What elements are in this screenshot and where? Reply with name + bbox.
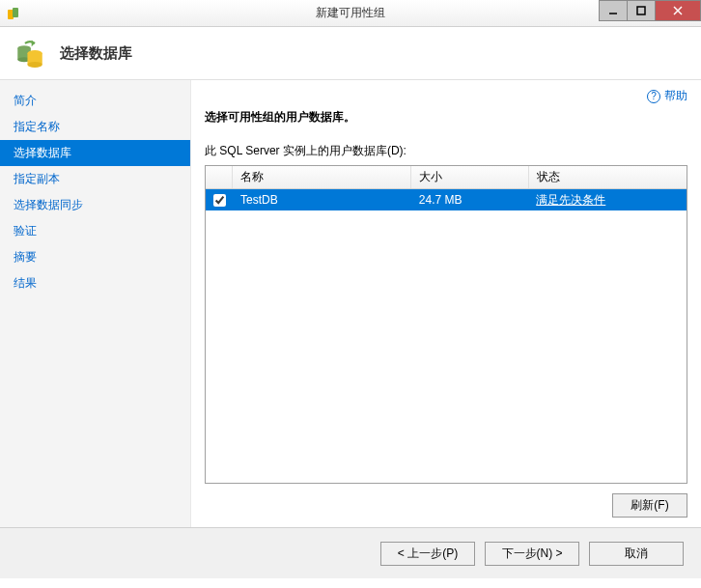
cancel-button[interactable]: 取消 [589,542,684,566]
row-checkbox-cell [206,189,233,210]
page-title: 选择数据库 [60,44,132,63]
sidebar-step-select-db[interactable]: 选择数据库 [0,140,190,166]
table-body: TestDB 24.7 MB 满足先决条件 [206,189,687,483]
window-title: 新建可用性组 [0,5,701,21]
refresh-button[interactable]: 刷新(F) [612,493,687,518]
row-name: TestDB [233,189,411,210]
close-button[interactable] [655,0,701,21]
column-size[interactable]: 大小 [411,166,529,188]
sidebar-step-name[interactable]: 指定名称 [0,114,190,140]
row-checkbox[interactable] [213,194,226,207]
sidebar-step-result[interactable]: 结果 [0,270,190,296]
row-size: 24.7 MB [411,189,529,210]
instruction-text: 选择可用性组的用户数据库。 [205,109,687,126]
wizard-sidebar: 简介 指定名称 选择数据库 指定副本 选择数据同步 验证 摘要 结果 [0,80,191,527]
column-name[interactable]: 名称 [233,166,411,188]
maximize-button[interactable] [627,0,656,21]
help-link[interactable]: ? 帮助 [647,88,687,104]
help-icon: ? [647,90,660,103]
database-icon [14,37,46,70]
table-row[interactable]: TestDB 24.7 MB 满足先决条件 [206,189,687,210]
prev-button[interactable]: < 上一步(P) [380,542,475,566]
column-checkbox[interactable] [206,166,233,188]
svg-rect-3 [637,7,645,14]
app-icon [6,6,21,21]
window-controls [600,0,701,21]
table-header: 名称 大小 状态 [206,166,687,189]
wizard-footer: < 上一步(P) 下一步(N) > 取消 [0,527,701,578]
wizard-main: ? 帮助 选择可用性组的用户数据库。 此 SQL Server 实例上的用户数据… [191,80,701,527]
row-status-link[interactable]: 满足先决条件 [536,192,605,209]
sidebar-step-sync[interactable]: 选择数据同步 [0,192,190,218]
svg-marker-12 [32,40,35,46]
sidebar-step-summary[interactable]: 摘要 [0,244,190,270]
help-label: 帮助 [664,88,687,104]
wizard-header: 选择数据库 [0,27,701,80]
sidebar-step-replica[interactable]: 指定副本 [0,166,190,192]
sidebar-step-intro[interactable]: 简介 [0,88,190,114]
minimize-button[interactable] [599,0,628,21]
column-status[interactable]: 状态 [529,166,687,188]
svg-point-11 [27,62,42,68]
next-button[interactable]: 下一步(N) > [485,542,579,566]
database-table: 名称 大小 状态 TestDB 24.7 MB 满足先决条件 [205,165,687,484]
sidebar-step-validate[interactable]: 验证 [0,218,190,244]
row-status-cell: 满足先决条件 [528,189,687,210]
svg-rect-1 [13,8,18,17]
title-bar: 新建可用性组 [0,0,701,27]
subinstruction-text: 此 SQL Server 实例上的用户数据库(D): [205,143,687,159]
